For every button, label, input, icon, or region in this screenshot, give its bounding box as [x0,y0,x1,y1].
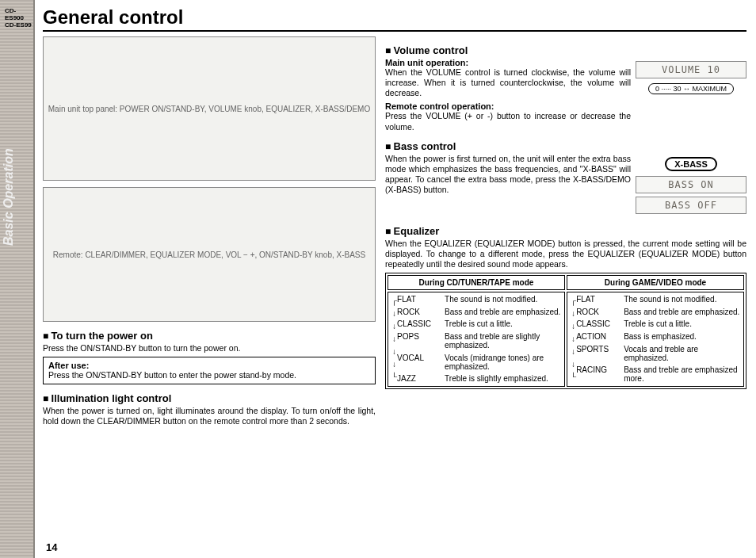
volume-display-block: VOLUME 10 0 ····· 30 ↔ MAXIMUM [636,61,746,132]
text-after-use: Press the ON/STAND-BY button to enter th… [48,370,370,380]
eq-desc: Treble is cut a little. [445,319,561,329]
heading-equalizer: Equalizer [385,225,746,237]
text-illumination: When the power is turned on, light illum… [43,406,376,426]
label-remote-op: Remote control operation: [385,101,631,111]
model-line-2: CD-ES99 [5,22,33,29]
eq-cell-b: ┌↓↓↓↓↓└ FLATThe sound is not modified.RO… [567,292,744,387]
side-strip: CD-ES900 CD-ES99 Basic Operation [0,0,35,558]
eq-mode: FLAT [576,295,620,304]
eq-mode: ACTION [576,332,620,342]
eq-col-head-1: During CD/TUNER/TAPE mode [388,275,565,290]
two-column-layout: Main unit top panel: POWER ON/STAND-BY, … [43,36,746,427]
eq-mode: SPORTS [576,345,620,363]
eq-desc: Bass and treble are emphasized more. [624,365,740,384]
label-main-op: Main unit operation: [385,58,631,67]
pill-volume-range: 0 ····· 30 ↔ MAXIMUM [648,83,734,94]
eq-desc: Bass and treble are emphasized. [445,308,561,317]
diagram-remote-summary: Remote: CLEAR/DIMMER, EQUALIZER MODE, VO… [53,250,365,259]
eq-desc: The sound is not modified. [624,295,740,304]
heading-volume: Volume control [385,44,746,56]
eq-mode: CLASSIC [397,319,441,329]
eq-desc: Treble is slightly emphasized. [445,374,561,384]
eq-desc: Bass and treble are slightly emphasized. [445,332,561,350]
display-bass-off: BASS OFF [636,197,746,214]
text-bass: When the power is first turned on, the u… [385,154,631,217]
eq-mode: CLASSIC [576,319,620,329]
eq-arrow-col-b: ┌↓↓↓↓↓└ [571,295,576,384]
model-line-1: CD-ES900 [5,8,33,22]
text-main-op: When the VOLUME control is turned clockw… [385,67,631,98]
eq-col-head-2: During GAME/VIDEO mode [567,275,744,290]
eq-desc: Bass is emphasized. [624,332,740,342]
label-after-use: After use: [48,361,89,370]
page: CD-ES900 CD-ES99 Basic Operation General… [0,0,756,558]
right-column: Volume control Main unit operation: When… [385,36,746,427]
bass-row: When the power is first turned on, the u… [385,154,746,217]
volume-row: Main unit operation: When the VOLUME con… [385,58,746,132]
eq-mode: RACING [576,365,620,384]
left-column: Main unit top panel: POWER ON/STAND-BY, … [43,36,376,427]
heading-bass: Bass control [385,140,746,152]
heading-power-on: To turn the power on [43,330,376,342]
bass-display-block: X-BASS BASS ON BASS OFF [636,157,746,217]
side-label: Basic Operation [2,148,16,246]
content: General control Main unit top panel: POW… [35,0,756,558]
heading-illumination: Illumination light control [43,392,376,404]
eq-mode: POPS [397,332,441,350]
equalizer-table: During CD/TUNER/TAPE mode During GAME/VI… [385,273,746,389]
text-equalizer: When the EQUALIZER (EQUALIZER MODE) butt… [385,239,746,269]
display-bass-on: BASS ON [636,176,746,193]
eq-mode: JAZZ [397,374,441,384]
eq-desc: Treble is cut a little. [624,319,740,329]
after-use-box: After use: Press the ON/STAND-BY button … [43,357,376,384]
eq-desc: The sound is not modified. [445,295,561,304]
diagram-main-unit-summary: Main unit top panel: POWER ON/STAND-BY, … [48,105,370,113]
page-title: General control [43,6,746,32]
eq-mode: FLAT [397,295,441,304]
text-power-on: Press the ON/STAND-BY button to turn the… [43,343,376,354]
eq-arrow-col-a: ┌↓↓↓↓↓└ [391,295,397,384]
eq-mode: ROCK [576,308,620,317]
eq-cell-a: ┌↓↓↓↓↓└ FLATThe sound is not modified.RO… [388,292,565,387]
eq-mode: ROCK [397,308,441,317]
pill-xbass: X-BASS [665,157,717,171]
eq-desc: Bass and treble are emphasized. [624,308,740,317]
eq-list-b: FLATThe sound is not modified.ROCKBass a… [576,295,740,384]
display-volume: VOLUME 10 [636,61,746,78]
eq-mode: VOCAL [397,354,441,372]
eq-desc: Vocals (midrange tones) are emphasized. [445,354,561,372]
diagram-main-unit: Main unit top panel: POWER ON/STAND-BY, … [43,36,376,181]
text-remote-op: Press the VOLUME (+ or -) button to incr… [385,111,631,132]
volume-text-block: Main unit operation: When the VOLUME con… [385,58,631,132]
diagram-remote: Remote: CLEAR/DIMMER, EQUALIZER MODE, VO… [43,187,376,322]
eq-list-a: FLATThe sound is not modified.ROCKBass a… [397,295,561,384]
eq-desc: Vocals and treble are emphasized. [624,345,740,363]
model-tag: CD-ES900 CD-ES99 [5,8,33,29]
page-number: 14 [46,541,57,553]
